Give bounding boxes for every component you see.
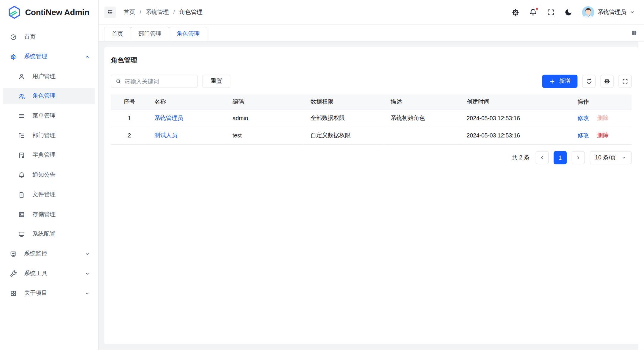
role-management-card: 角色管理 重置 新增 — [104, 47, 638, 344]
menu-lines-icon — [18, 112, 25, 119]
column-header-index: 序号 — [111, 94, 148, 110]
tab-dept-management[interactable]: 部门管理 — [131, 27, 169, 41]
table-row: 1 系统管理员 admin 全部数据权限 系统初始角色 2024-05-03 1… — [111, 110, 632, 127]
page-size-select[interactable]: 10 条/页 — [590, 151, 632, 164]
delete-link-disabled: 删除 — [597, 115, 609, 121]
breadcrumb-home[interactable]: 首页 — [124, 8, 135, 16]
breadcrumb-system-management[interactable]: 系统管理 — [146, 8, 169, 16]
page-number-current[interactable]: 1 — [553, 151, 567, 164]
file-icon — [18, 191, 25, 198]
users-icon — [18, 93, 25, 100]
prev-page-button[interactable] — [535, 151, 548, 164]
header-actions: 系统管理员 — [511, 6, 635, 18]
sidebar-item-label: 系统配置 — [32, 230, 55, 238]
sidebar-item-notice[interactable]: 通知公告 — [3, 167, 95, 183]
bell-icon — [18, 172, 25, 179]
role-name-link[interactable]: 测试人员 — [154, 132, 177, 138]
app-logo[interactable]: ContiNew Admin — [0, 0, 98, 25]
toolbar: 重置 新增 — [111, 75, 632, 88]
sidebar-item-label: 系统监控 — [24, 250, 47, 257]
sidebar-item-label: 系统管理 — [24, 53, 47, 60]
tab-home[interactable]: 首页 — [104, 27, 131, 41]
column-header-actions: 操作 — [571, 94, 632, 110]
sidebar-item-role-management[interactable]: 角色管理 — [3, 88, 95, 104]
cell-code: admin — [226, 110, 304, 127]
user-icon — [18, 73, 25, 80]
hexagon-logo-icon — [7, 5, 21, 19]
sidebar-item-system-monitor[interactable]: 系统监控 — [3, 246, 95, 262]
table-fullscreen-button[interactable] — [618, 75, 632, 88]
sidebar-item-label: 关于项目 — [24, 289, 47, 297]
sidebar-item-label: 系统工具 — [24, 270, 47, 277]
sidebar-nav: 首页 系统管理 用户管理 角色管理 菜单管理 部门管理 — [0, 25, 98, 305]
search-input[interactable] — [124, 78, 193, 85]
next-page-button[interactable] — [572, 151, 585, 164]
tab-label: 角色管理 — [177, 30, 200, 38]
user-avatar — [582, 6, 594, 18]
gear-icon — [604, 78, 610, 85]
column-header-code: 编码 — [226, 94, 304, 110]
settings-button[interactable] — [511, 8, 520, 16]
wrench-icon — [10, 270, 17, 277]
toolbar-right: 新增 — [542, 75, 632, 88]
sidebar-item-system-management[interactable]: 系统管理 — [3, 48, 95, 65]
sidebar-item-system-config[interactable]: 系统配置 — [3, 226, 95, 242]
notifications-button[interactable] — [529, 8, 537, 16]
grid-icon — [631, 30, 637, 36]
sidebar-item-home[interactable]: 首页 — [3, 29, 95, 45]
chevron-down-icon — [621, 155, 626, 160]
storage-icon — [18, 211, 25, 218]
notification-dot — [536, 7, 539, 10]
role-name-link[interactable]: 系统管理员 — [154, 115, 183, 121]
app-window: ContiNew Admin 首页 系统管理 用户管理 角色管理 — [0, 0, 644, 350]
plus-icon — [549, 78, 555, 85]
tab-label: 部门管理 — [138, 30, 161, 38]
cell-description: 系统初始角色 — [384, 110, 460, 127]
chevron-down-icon — [85, 291, 90, 296]
sidebar-item-menu-management[interactable]: 菜单管理 — [3, 107, 95, 124]
sidebar-item-file-management[interactable]: 文件管理 — [3, 186, 95, 203]
cell-description — [384, 127, 460, 144]
sidebar-item-label: 部门管理 — [32, 132, 55, 139]
cell-created-at: 2024-05-03 12:53:16 — [460, 127, 571, 144]
cell-created-at: 2024-05-03 12:53:16 — [460, 110, 571, 127]
content-area: 角色管理 重置 新增 — [99, 42, 644, 350]
user-menu[interactable]: 系统管理员 — [582, 6, 635, 18]
fullscreen-button[interactable] — [547, 8, 555, 16]
table-row: 2 测试人员 test 自定义数据权限 2024-05-03 12:53:16 … — [111, 127, 632, 144]
refresh-button[interactable] — [583, 75, 596, 88]
fullscreen-icon — [547, 8, 555, 16]
reset-button[interactable]: 重置 — [202, 75, 230, 88]
sidebar-item-dept-management[interactable]: 部门管理 — [3, 127, 95, 144]
chevron-down-icon — [630, 9, 635, 15]
sidebar-item-label: 角色管理 — [32, 92, 55, 100]
scrollbar-track[interactable] — [638, 42, 644, 350]
sidebar-item-label: 存储管理 — [32, 211, 55, 218]
sidebar-item-about-project[interactable]: 关于项目 — [3, 285, 95, 301]
edit-link[interactable]: 修改 — [577, 115, 589, 121]
pagination-total: 共 2 条 — [512, 154, 530, 161]
edit-link[interactable]: 修改 — [577, 132, 589, 138]
fullscreen-icon — [622, 78, 628, 85]
table-settings-button[interactable] — [600, 75, 613, 88]
sidebar-item-label: 文件管理 — [32, 191, 55, 198]
tab-actions-button[interactable] — [628, 25, 641, 41]
sidebar-item-storage-management[interactable]: 存储管理 — [3, 206, 95, 222]
sidebar-item-user-management[interactable]: 用户管理 — [3, 68, 95, 85]
search-icon — [115, 78, 121, 85]
chevron-up-icon — [85, 54, 90, 59]
gear-icon — [511, 8, 520, 16]
tab-role-management[interactable]: 角色管理 — [169, 27, 208, 41]
sidebar-item-system-tools[interactable]: 系统工具 — [3, 265, 95, 282]
delete-link[interactable]: 删除 — [597, 132, 609, 138]
column-header-created-at: 创建时间 — [460, 94, 571, 110]
add-button[interactable]: 新增 — [542, 75, 577, 88]
dark-mode-toggle[interactable] — [564, 8, 573, 16]
sidebar-item-dict-management[interactable]: 字典管理 — [3, 147, 95, 163]
sidebar-item-label: 首页 — [24, 33, 36, 41]
sidebar-collapse-button[interactable] — [104, 6, 116, 18]
cell-data-scope: 自定义数据权限 — [304, 127, 384, 144]
gear-icon — [10, 53, 17, 60]
breadcrumb-separator: / — [140, 9, 141, 15]
chevron-down-icon — [85, 251, 90, 256]
